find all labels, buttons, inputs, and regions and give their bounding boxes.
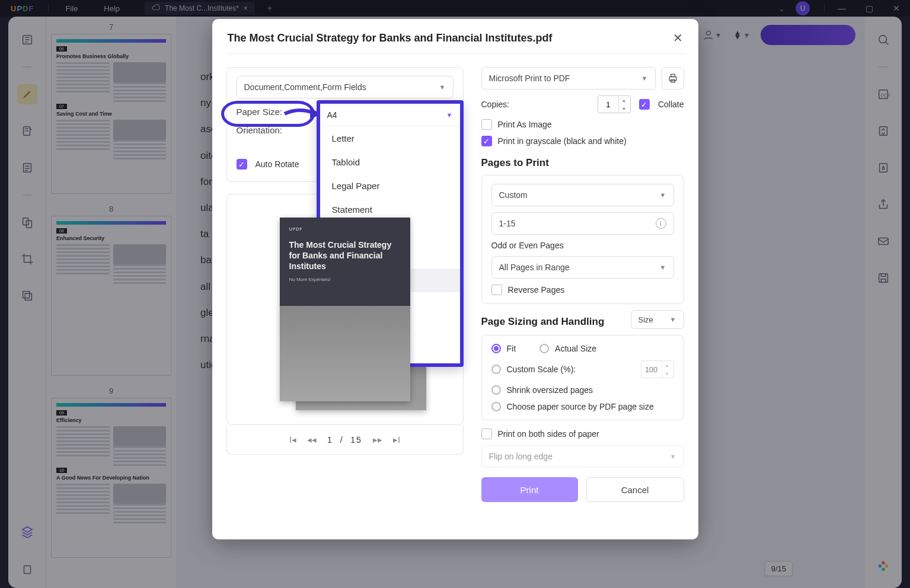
cancel-button[interactable]: Cancel <box>586 477 684 502</box>
auto-rotate-label: Auto Rotate <box>256 159 299 169</box>
orientation-label: Orientation: <box>237 125 302 135</box>
both-sides-checkbox[interactable] <box>481 429 492 439</box>
reverse-pages-checkbox[interactable] <box>491 285 502 295</box>
odd-even-select[interactable]: All Pages in Range▼ <box>491 256 674 279</box>
copies-label: Copies: <box>481 100 509 109</box>
sizing-mode-select[interactable]: Size▼ <box>631 310 684 329</box>
paper-size-option[interactable]: Tabloid <box>320 150 460 174</box>
preview-title: The Most Crucial Strategy for Banks and … <box>289 239 401 272</box>
pager-first-icon[interactable]: I◂ <box>289 434 296 445</box>
printer-properties-icon[interactable] <box>662 67 684 90</box>
info-icon[interactable]: i <box>656 218 666 229</box>
printer-select[interactable]: Microsoft Print to PDF▼ <box>481 67 656 90</box>
preview-pager: I◂ ◂◂ 1 / 15 ▸▸ ▸I <box>226 425 464 455</box>
page-range-input[interactable]: 1-15 i <box>491 212 674 235</box>
print-button[interactable]: Print <box>481 477 578 502</box>
shrink-radio[interactable] <box>491 385 501 395</box>
paper-size-option[interactable]: Legal Paper <box>320 174 460 197</box>
paper-size-label: Paper Size: <box>237 107 302 117</box>
paper-size-option[interactable]: Letter <box>320 126 460 150</box>
dialog-title: The Most Crucial Strategy for Banks and … <box>228 32 553 44</box>
custom-scale-radio[interactable] <box>491 365 501 374</box>
pages-to-print-title: Pages to Print <box>481 157 684 169</box>
collate-label: Collate <box>658 100 684 109</box>
paper-source-radio[interactable] <box>491 402 501 411</box>
fit-radio[interactable] <box>491 344 501 353</box>
pager-last-icon[interactable]: ▸I <box>393 434 400 445</box>
flip-select[interactable]: Flip on long edge▼ <box>481 445 684 468</box>
pager-next-icon[interactable]: ▸▸ <box>373 434 382 445</box>
print-as-image-checkbox[interactable] <box>481 119 492 130</box>
collate-checkbox[interactable]: ✓ <box>639 99 650 110</box>
content-select[interactable]: Document,Comment,Form Fields▼ <box>237 76 454 98</box>
svg-rect-22 <box>670 74 675 76</box>
dialog-close-icon[interactable]: ✕ <box>673 31 683 45</box>
actual-size-radio[interactable] <box>539 344 549 353</box>
grayscale-checkbox[interactable]: ✓ <box>481 136 492 146</box>
sizing-title: Page Sizing and Handling <box>481 316 631 328</box>
custom-scale-stepper[interactable]: ▲▼ <box>641 360 674 378</box>
copies-stepper[interactable]: ▲▼ <box>598 95 631 113</box>
pages-mode-select[interactable]: Custom▼ <box>491 184 674 206</box>
auto-rotate-checkbox[interactable]: ✓ <box>237 159 247 170</box>
paper-size-select[interactable]: A4▼ <box>320 104 460 126</box>
pager-prev-icon[interactable]: ◂◂ <box>307 434 317 445</box>
print-dialog: The Most Crucial Strategy for Banks and … <box>212 19 698 539</box>
